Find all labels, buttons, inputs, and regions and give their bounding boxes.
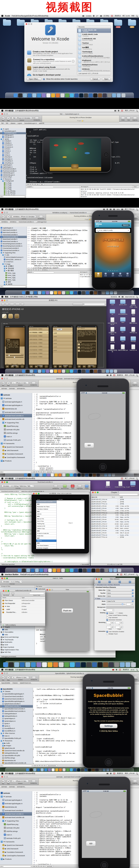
menu-item[interactable]: 文件 (15, 669, 19, 671)
desktop-icon[interactable]: 基础课程内容说明 (107, 344, 117, 352)
navigator-file-row[interactable]: b_01.jpg (0, 184, 26, 186)
dock-app-icon[interactable] (78, 291, 81, 294)
recent-project-item[interactable]: TianHoulpadWork/05工作相关 (77, 50, 111, 55)
dock-app-icon[interactable] (14, 662, 19, 667)
dock-app-icon[interactable] (35, 568, 39, 572)
navigator-file-row[interactable]: mGameMainLayer.m (0, 132, 26, 134)
recommendation-row[interactable]: 《盗墓笔记》是一部五十年前流传下来的千年古书!最好看的盗墓小说。 (78, 343, 95, 346)
dock-app-icon[interactable] (74, 370, 77, 373)
dock-app-icon[interactable] (76, 662, 80, 667)
variables-search[interactable] (33, 186, 54, 188)
tasks-button[interactable] (71, 485, 75, 488)
stop-button[interactable]: ■ (7, 676, 10, 679)
dock-app-icon[interactable] (39, 473, 43, 476)
desktop-icon[interactable]: iphone_book (118, 300, 128, 308)
navigator-file-row[interactable]: mUINumber.m (0, 158, 26, 160)
finder-row[interactable]: 2010年2月23日 上午10:17 29 KB Interf...cument (91, 523, 139, 525)
dock-app-icon[interactable] (30, 370, 33, 373)
navigator-file-row[interactable]: clipartPlane.png (0, 823, 32, 826)
desktop-icon[interactable]: MBOX2008中文版.pdf (107, 317, 117, 326)
dock-app-icon[interactable] (93, 473, 96, 476)
console-scope-select[interactable]: All Output ▾ (80, 271, 87, 273)
dock-app-icon[interactable] (70, 768, 73, 771)
navigator-file-row[interactable]: mianimateAppDelegate.m (0, 802, 32, 805)
navigator-file-row[interactable]: hCANSTS.h (0, 260, 27, 263)
desktop-icon[interactable]: razor (118, 336, 128, 343)
audio-progress[interactable]: 03:49-03:49 (6, 354, 24, 355)
plane-clipart[interactable] (88, 412, 101, 421)
dock-app-icon[interactable] (120, 662, 125, 667)
navigator-file-row[interactable]: ▼ Classes (0, 690, 33, 693)
navigator-file-row[interactable]: ▼ Supporting Files (0, 252, 27, 254)
timer-option-row[interactable]: 50分钟 (53, 345, 73, 349)
home-button[interactable] (110, 282, 116, 288)
multiple-touch-checkbox[interactable] (106, 633, 108, 635)
media-icon[interactable] (107, 773, 108, 774)
dock-app-icon[interactable] (22, 370, 25, 373)
navigator-file-row[interactable]: hMainViewController.h (0, 229, 27, 231)
menu-item[interactable]: 书签 (27, 296, 31, 298)
tab-item[interactable]: 更多 (124, 272, 131, 277)
popup-button[interactable]: None (106, 595, 134, 597)
menu-item[interactable]: Product (32, 15, 38, 17)
menu-item[interactable]: Edit (23, 574, 26, 576)
spotlight-icon[interactable] (136, 209, 138, 210)
menu-item[interactable]: Help (45, 574, 49, 576)
breakpoints-button[interactable] (32, 676, 36, 679)
dock-app-icon[interactable] (3, 662, 8, 667)
dock-app-icon[interactable] (98, 291, 101, 294)
window-controls[interactable] (1, 212, 8, 213)
scheme-selector[interactable]: S.. › iPhone 4.3 Sim... (12, 676, 29, 679)
mode-popup[interactable]: Scale To Fill (106, 600, 134, 602)
navigator-file-row[interactable]: hCCNet.h (0, 152, 26, 154)
dock-app-icon[interactable] (9, 662, 13, 667)
finder-row[interactable]: 2010年2月25日 下午9:24 4 KB C Hea...ce File (91, 509, 139, 512)
dock-app-icon[interactable] (30, 291, 33, 294)
dock-app-icon[interactable] (24, 473, 27, 476)
xib-object-row[interactable]: Label UILabel (1, 608, 45, 611)
movie-row[interactable]: Inside Man (36, 535, 56, 537)
movie-row[interactable]: Out of Time (36, 520, 56, 523)
window-controls[interactable] (1, 300, 8, 301)
chapter-row[interactable]: 第九章 秦始皇统一六国概述 (29, 355, 49, 359)
run-button[interactable]: ▶ (1, 381, 5, 385)
alpha-field[interactable]: 1.00 (126, 603, 134, 606)
finder-row[interactable]: 2010年3月17日 上午11:34 4 KB XML P...rty List (91, 525, 139, 527)
organizer-button[interactable] (133, 117, 137, 119)
dock-app-icon[interactable] (77, 768, 80, 771)
dock-app-icon[interactable] (28, 93, 32, 97)
recommendation-row[interactable]: 《盗墓笔记》是一部五十年前流传下来的千年古书!最好看的盗墓小说。 (78, 346, 95, 349)
menu-item[interactable]: 窗口 (31, 296, 34, 298)
menu-item[interactable]: 帮助 (34, 296, 38, 298)
tab-item[interactable]: 首页 (95, 272, 102, 277)
dock-app-icon[interactable] (96, 473, 100, 476)
home-button[interactable] (99, 463, 107, 471)
bluetooth-icon[interactable] (110, 209, 112, 210)
movie-row[interactable]: 2007 (36, 537, 56, 539)
menu-item[interactable]: Window (29, 110, 35, 112)
dock-app-icon[interactable] (51, 473, 54, 476)
chapter-row[interactable]: 第五章 秦始皇统一六国概述 (29, 341, 49, 345)
go-button[interactable]: GO (84, 443, 94, 448)
console-scope-select[interactable]: All Output ▾ (81, 186, 88, 188)
dock-app-icon[interactable] (22, 568, 26, 572)
navigator-filter-bar[interactable]: + (0, 764, 33, 767)
spotlight-icon[interactable] (136, 110, 138, 112)
menu-item[interactable]: 帮助 (32, 374, 35, 376)
menu-item[interactable]: Font (26, 574, 29, 576)
open-other-button[interactable]: Open Other... (26, 78, 42, 81)
dock-app-icon[interactable] (58, 291, 61, 294)
navigator-file-row[interactable]: hRootViewController.h (0, 168, 26, 170)
clear-context-checkbox[interactable] (106, 615, 108, 616)
movie-row[interactable]: American Gangster (36, 547, 56, 549)
wifi-icon[interactable] (118, 110, 119, 112)
folder-icon[interactable] (17, 20, 25, 26)
dock-app-icon[interactable] (89, 473, 92, 476)
menu-app[interactable]: iOS 模拟器 (5, 772, 13, 775)
navigator-file-row[interactable]: hSprite.h (0, 722, 33, 725)
process-pill[interactable]: ianimate (46, 865, 53, 867)
finder-row[interactable]: 2010年3月31日 下午11:14 -- Xcode...ct File (91, 534, 139, 536)
recent-project-item[interactable]: 2.Hello World_Code~/Desktop (77, 33, 111, 37)
xib-object-row[interactable]: Rounded Rec... UIButton (1, 611, 45, 614)
dock-app-icon[interactable] (104, 473, 107, 476)
